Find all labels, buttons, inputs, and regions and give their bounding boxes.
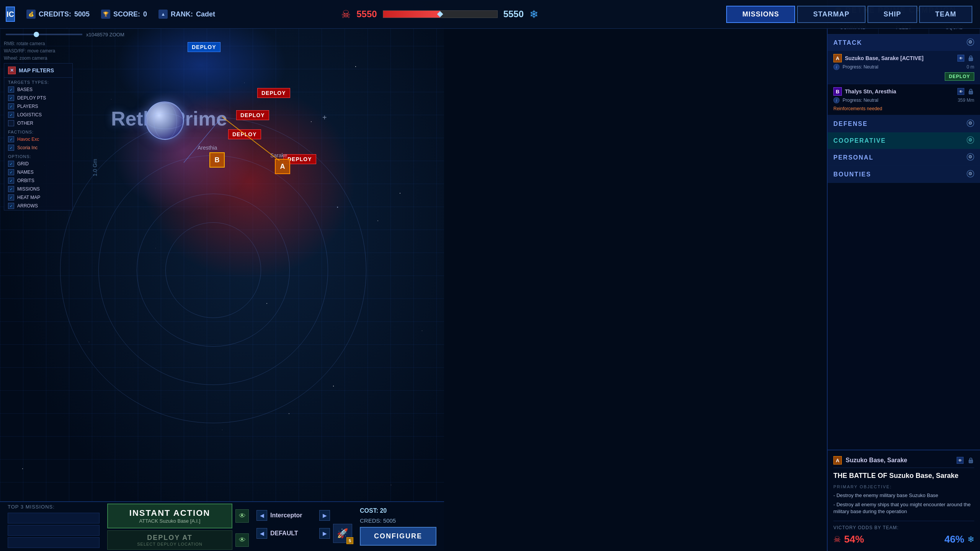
- blue-faction-icon: ❄: [967, 535, 974, 544]
- orbital-ring-4: [165, 222, 261, 318]
- checkbox-orbits[interactable]: ✓: [8, 178, 14, 184]
- loadout-next-button[interactable]: ▶: [319, 528, 330, 539]
- instant-action-eye-toggle[interactable]: 👁: [235, 509, 249, 523]
- checkbox-names[interactable]: ✓: [8, 169, 14, 175]
- map-deploy-button-2[interactable]: DEPLOY: [257, 88, 290, 98]
- top3-item-1[interactable]: [8, 513, 100, 523]
- zoom-slider-thumb[interactable]: [34, 32, 39, 37]
- tab-starmap[interactable]: STARMAP: [797, 6, 866, 23]
- filter-grid[interactable]: ✓ GRID: [4, 160, 72, 168]
- ship-prev-button[interactable]: ◀: [256, 510, 267, 521]
- camera-help-line2: WASD/RF: move camera: [4, 47, 55, 55]
- eye-icon-b[interactable]: 👁: [957, 88, 964, 95]
- filter-bases[interactable]: ✓ BASES: [4, 85, 72, 94]
- attack-arrow: ⚙: [967, 38, 974, 47]
- svg-text:⚙: ⚙: [968, 121, 973, 126]
- svg-text:⚙: ⚙: [968, 171, 973, 176]
- health-area: ☠ 5550 5550 ❄: [161, 8, 719, 21]
- orbit-distance-label: 1.0 Gm: [92, 159, 98, 176]
- ship-name-label: Interceptor: [270, 512, 316, 519]
- deploy-at-subtitle: SELECT DEPLOY LOCATION: [111, 542, 229, 546]
- checkbox-logistics[interactable]: ✓: [8, 112, 14, 118]
- tab-missions[interactable]: MISSIONS: [726, 6, 795, 23]
- cost-text: COST: 20: [360, 507, 436, 514]
- filter-logistics[interactable]: ✓ LOGISTICS: [4, 111, 72, 119]
- deploy-at-button[interactable]: DEPLOY AT SELECT DEPLOY LOCATION: [107, 530, 232, 550]
- defense-arrow: ⚙: [967, 119, 974, 128]
- checkbox-deploy-pts[interactable]: ✓: [8, 95, 14, 101]
- eye-icon-a[interactable]: 👁: [957, 55, 964, 62]
- tab-ship[interactable]: SHIP: [867, 6, 917, 23]
- checkbox-scoria[interactable]: ✓: [8, 145, 14, 151]
- top3-item-2[interactable]: [8, 525, 100, 536]
- filter-havoc[interactable]: ✓ Havoc Exc: [4, 135, 72, 143]
- bounties-header[interactable]: BOUNTIES ⚙: [828, 166, 980, 183]
- defense-section: DEFENSE ⚙: [828, 116, 980, 132]
- deploy-at-eye-toggle[interactable]: 👁: [235, 533, 249, 547]
- deploy-btn-mission-a[interactable]: DEPLOY: [945, 72, 974, 81]
- loadout-name-label: DEFAULT: [270, 530, 316, 537]
- health-right-value: 5550: [503, 9, 524, 20]
- filter-heatmap[interactable]: ✓ HEAT MAP: [4, 193, 72, 202]
- svg-text:⚙: ⚙: [968, 39, 973, 45]
- filter-arrows[interactable]: ✓ ARROWS: [4, 202, 72, 210]
- filter-names[interactable]: ✓ NAMES: [4, 168, 72, 176]
- defense-header[interactable]: DEFENSE ⚙: [828, 116, 980, 132]
- panel-spacer: [828, 183, 980, 450]
- checkbox-havoc[interactable]: ✓: [8, 136, 14, 142]
- score-icon: 🏆: [101, 10, 110, 19]
- faction-marker-a[interactable]: A: [275, 159, 290, 174]
- svg-rect-17: [969, 460, 973, 463]
- filter-players[interactable]: ✓ PLAYERS: [4, 102, 72, 111]
- svg-text:⚙: ⚙: [968, 137, 973, 143]
- cooperative-header[interactable]: COOPERATIVE ⚙: [828, 132, 980, 149]
- detail-lock-icon: [967, 457, 974, 464]
- loadout-prev-button[interactable]: ◀: [256, 528, 267, 539]
- checkbox-arrows[interactable]: ✓: [8, 203, 14, 209]
- checkbox-players[interactable]: ✓: [8, 103, 14, 109]
- ship-loadout-row: ◀ DEFAULT ▶ 🚀 5: [256, 524, 352, 543]
- right-panel: RETHE PRIME CAMPAIGN COMMAND FLEET SQUAD…: [827, 0, 980, 551]
- filter-deploy-pts[interactable]: ✓ DEPLOY PTS: [4, 94, 72, 102]
- filter-missions[interactable]: ✓ MISSIONS: [4, 185, 72, 193]
- close-filters-icon[interactable]: ✕: [8, 67, 16, 74]
- zoom-slider-track[interactable]: [6, 34, 82, 35]
- svg-rect-8: [969, 91, 973, 94]
- tab-team[interactable]: TEAM: [919, 6, 972, 23]
- filter-other[interactable]: OTHER: [4, 119, 72, 127]
- blue-odds-percent: 46%: [944, 533, 964, 545]
- configure-button[interactable]: CONFIGURE: [360, 527, 436, 546]
- credits-value: 5005: [74, 10, 90, 18]
- mission-badge-b: B: [833, 87, 842, 96]
- checkbox-bases[interactable]: ✓: [8, 86, 14, 93]
- cooperative-arrow: ⚙: [967, 136, 974, 145]
- ship-next-button[interactable]: ▶: [319, 510, 330, 521]
- attack-header[interactable]: ATTACK ⚙: [828, 34, 980, 51]
- checkbox-missions[interactable]: ✓: [8, 186, 14, 192]
- ship-name-row: ◀ Interceptor ▶: [256, 510, 352, 521]
- instant-action-button[interactable]: INSTANT ACTION ATTACK Suzuko Base [A.I.]: [107, 504, 232, 528]
- mission-detail-panel: A Suzuko Base, Sarake 👁 THE BATTLE OF Su…: [828, 450, 980, 551]
- creds-text: CREDS: 5005: [360, 517, 436, 524]
- personal-header[interactable]: PERSONAL ⚙: [828, 149, 980, 166]
- detail-eye-icon[interactable]: 👁: [957, 457, 964, 464]
- map-deploy-button-1[interactable]: DEPLOY: [188, 42, 220, 52]
- map-deploy-button-4[interactable]: DEPLOY: [228, 129, 261, 139]
- filter-scoria[interactable]: ✓ Scoria Inc: [4, 143, 72, 152]
- deploy-at-title: DEPLOY AT: [111, 534, 229, 542]
- faction-marker-b[interactable]: B: [209, 152, 225, 168]
- mission-entry-b: B Thalys Stn, Aresthia 👁 i Progress: Neu…: [828, 84, 980, 115]
- info-icon-b: i: [833, 97, 840, 103]
- filter-orbits[interactable]: ✓ ORBITS: [4, 176, 72, 185]
- svg-text:⚙: ⚙: [968, 154, 973, 160]
- location-label-sarake: Sarake: [270, 152, 287, 158]
- map-deploy-button-3[interactable]: DEPLOY: [236, 110, 269, 120]
- checkbox-heatmap[interactable]: ✓: [8, 194, 14, 201]
- mission-b-header: B Thalys Stn, Aresthia 👁: [833, 87, 974, 96]
- top3-item-3[interactable]: [8, 537, 100, 548]
- personal-section: PERSONAL ⚙: [828, 149, 980, 166]
- top-bar: IC 💰 CREDITS: 5005 🏆 SCORE: 0 ▲ RANK: Ca…: [0, 0, 980, 29]
- checkbox-grid[interactable]: ✓: [8, 161, 14, 167]
- checkbox-other[interactable]: [8, 120, 14, 126]
- mission-a-distance: 0 m: [967, 64, 974, 70]
